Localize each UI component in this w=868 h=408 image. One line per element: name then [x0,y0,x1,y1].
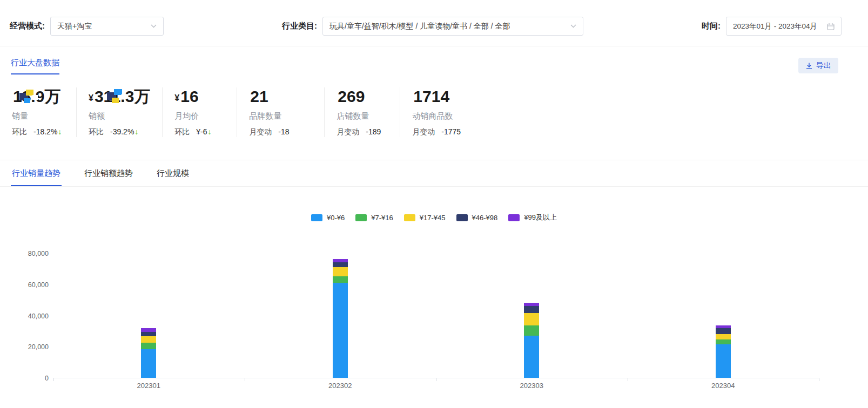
legend-label: ¥17-¥45 [420,214,446,222]
bar-segment[interactable] [716,344,731,378]
x-axis-label: 202301 [127,382,170,390]
kpi-number: 16 [180,87,198,105]
axis-tick [53,378,53,381]
kpi-label: 月均价 [174,111,225,121]
kpi-label: 销量 [12,111,64,121]
calendar-icon [827,23,835,30]
bar-segment[interactable] [716,325,731,328]
kpi-sub-value: ¥-6 [196,127,207,136]
legend-label: ¥7-¥16 [371,214,393,222]
y-axis-label: 20,000 [0,343,49,351]
kpi-row: 18.9万 销量 环比-18.2%↓ ¥311.3万 销额 环比-39.2 [0,74,868,137]
bar-segment[interactable] [716,339,731,344]
legend-item[interactable]: ¥17-¥45 [404,214,446,222]
kpi-brand-count: 21 品牌数量 月变动-18 [249,87,325,137]
y-axis-label: 60,000 [0,281,49,289]
kpi-sub-value: -1775 [441,127,461,136]
bar-segment[interactable] [333,276,348,283]
kpi-value: 21 [249,87,312,107]
export-button[interactable]: 导出 [798,58,838,73]
bar-segment[interactable] [524,313,539,325]
kpi-sub: 环比-39.2%↓ [89,127,150,137]
kpi-sub: 环比¥-6↓ [174,127,225,137]
mode-label: 经营模式: [10,21,45,31]
legend-item[interactable]: ¥7-¥16 [355,214,393,222]
export-button-label: 导出 [816,61,831,71]
category-field: 行业类目: 玩具/童车/益智/积木/模型 / 儿童读物/童书 / 全部 / 全部 [282,17,583,36]
down-arrow-icon: ↓ [134,127,138,136]
kpi-sub-label: 环比 [12,127,27,136]
down-arrow-icon: ↓ [58,127,62,136]
bar-segment[interactable] [141,328,156,332]
kpi-number: 269 [338,87,365,105]
bar-segment[interactable] [716,328,731,334]
kpi-value: ¥16 [174,87,225,107]
kpi-sub: 月变动-189 [337,127,388,137]
filter-bar: 经营模式: 天猫+淘宝 行业类目: 玩具/童车/益智/积木/模型 / 儿童读物/… [0,0,868,36]
tab-sales-amount-trend[interactable]: 行业销额趋势 [83,160,134,186]
sales-volume-chart: ¥0-¥6¥7-¥16¥17-¥45¥46-¥98¥99及以上 020,0004… [0,187,868,408]
date-range-value: 2023年01月 - 2023年04月 [733,22,817,31]
bar-segment[interactable] [524,303,539,306]
legend-swatch [456,214,468,221]
time-field: 时间: 2023年01月 - 2023年04月 [702,17,842,36]
kpi-sub-label: 月变动 [337,127,359,136]
kpi-sub-value: -39.2% [110,127,134,136]
kpi-value: 269 [337,87,388,107]
kpi-label: 品牌数量 [249,111,312,121]
kpi-label: 动销商品数 [412,111,487,121]
tab-industry-overview[interactable]: 行业大盘数据 [11,58,59,74]
kpi-sub-label: 月变动 [412,127,435,136]
mode-select[interactable]: 天猫+淘宝 [50,17,164,36]
kpi-currency: ¥ [174,93,179,103]
kpi-sub-value: -18 [278,127,289,136]
kpi-sub: 月变动-1775 [412,127,487,137]
axis-tick [436,378,436,381]
legend-swatch [355,214,367,221]
mode-select-value: 天猫+淘宝 [57,22,92,31]
bar-segment[interactable] [141,349,156,378]
category-select[interactable]: 玩具/童车/益智/积木/模型 / 儿童读物/童书 / 全部 / 全部 [322,17,583,36]
bar-segment[interactable] [141,332,156,337]
category-select-value: 玩具/童车/益智/积木/模型 / 儿童读物/童书 / 全部 / 全部 [329,22,510,31]
kpi-number: 18.9万 [13,87,60,105]
kpi-label: 店铺数量 [337,111,388,121]
bar-segment[interactable] [333,259,348,262]
kpi-label: 销额 [89,111,150,121]
mode-field: 经营模式: 天猫+淘宝 [10,17,164,36]
kpi-sub: 月变动-18 [249,127,312,137]
bar-segment[interactable] [141,343,156,349]
legend-item[interactable]: ¥99及以上 [508,213,557,222]
chart-legend: ¥0-¥6¥7-¥16¥17-¥45¥46-¥98¥99及以上 [0,213,868,222]
bar-segment[interactable] [333,262,348,267]
date-range-picker[interactable]: 2023年01月 - 2023年04月 [726,17,842,36]
y-axis-label: 0 [0,374,49,383]
axis-tick [819,378,819,381]
legend-label: ¥99及以上 [524,213,557,222]
bar-segment[interactable] [141,336,156,343]
kpi-active-products: 1714 动销商品数 月变动-1775 [412,87,499,137]
kpi-sub-label: 环比 [89,127,104,136]
chevron-down-icon [151,24,157,28]
axis-tick [628,378,628,381]
kpi-sales-volume: 18.9万 销量 环比-18.2%↓ [12,87,77,137]
legend-item[interactable]: ¥0-¥6 [311,214,345,222]
bar-segment[interactable] [524,336,539,378]
overview-header: 行业大盘数据 导出 [0,46,868,74]
y-axis-label: 40,000 [0,312,49,321]
down-arrow-icon: ↓ [208,127,212,136]
legend-item[interactable]: ¥46-¥98 [456,214,498,222]
time-label: 时间: [702,21,721,31]
bar-segment[interactable] [524,325,539,336]
chevron-down-icon [570,24,576,28]
tab-industry-scale[interactable]: 行业规模 [156,160,190,186]
tab-sales-volume-trend[interactable]: 行业销量趋势 [11,160,62,186]
legend-swatch [311,214,322,221]
x-axis-label: 202303 [510,382,553,390]
kpi-avg-price: ¥16 月均价 环比¥-6↓ [174,87,237,137]
bar-segment[interactable] [333,267,348,276]
bar-segment[interactable] [333,283,348,378]
bar-segment[interactable] [716,334,731,339]
bar-segment[interactable] [524,306,539,313]
download-icon [805,62,813,70]
